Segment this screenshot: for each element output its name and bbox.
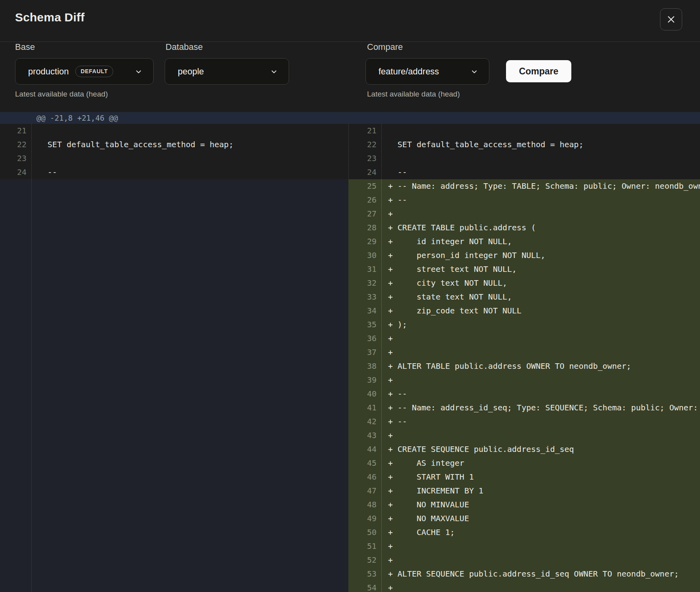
diff-line-added: 41+ -- Name: address_id_seq; Type: SEQUE…	[348, 401, 700, 415]
compare-branch-value: feature/address	[379, 66, 439, 77]
base-label: Base	[15, 42, 35, 52]
line-number: 23	[348, 152, 382, 165]
line-code: + -- Name: address; Type: TABLE; Schema:…	[382, 179, 700, 193]
line-code: + zip_code text NOT NULL	[382, 304, 700, 318]
line-code	[382, 124, 700, 138]
diff-line-added: 28+ CREATE TABLE public.address (	[348, 221, 700, 235]
line-number: 30	[348, 249, 382, 262]
line-number: 38	[348, 359, 382, 373]
database-select[interactable]: people	[165, 58, 289, 85]
diff-line-added: 27+	[348, 207, 700, 221]
line-number: 29	[348, 235, 382, 249]
chevron-down-icon	[270, 68, 278, 75]
base-caption: Latest available data (head)	[15, 90, 108, 99]
line-number: 51	[348, 539, 382, 553]
line-number: 48	[348, 498, 382, 512]
diff-line-added: 32+ city text NOT NULL,	[348, 276, 700, 290]
line-code: +	[382, 332, 700, 345]
line-number: 52	[348, 553, 382, 567]
line-code: + NO MINVALUE	[382, 498, 700, 512]
line-code: +	[382, 345, 700, 359]
diff-line-added: 51+	[348, 539, 700, 553]
diff-line-added: 35+ );	[348, 318, 700, 332]
diff-line-added: 31+ street text NOT NULL,	[348, 262, 700, 276]
diff-line-context: 21	[348, 124, 700, 138]
diff-line-added: 49+ NO MAXVALUE	[348, 512, 700, 526]
base-branch-value: production	[28, 66, 69, 77]
line-number: 23	[0, 152, 32, 165]
diff-line-context: 22 SET default_table_access_method = hea…	[0, 138, 348, 152]
line-number: 26	[348, 193, 382, 207]
chevron-down-icon	[135, 68, 142, 75]
line-code: + street text NOT NULL,	[382, 262, 700, 276]
diff-viewer[interactable]: 21 22 SET default_table_access_method = …	[0, 124, 700, 592]
line-code: + ALTER SEQUENCE public.address_id_seq O…	[382, 567, 700, 581]
line-code: + CREATE TABLE public.address (	[382, 221, 700, 235]
diff-line-added: 53+ ALTER SEQUENCE public.address_id_seq…	[348, 567, 700, 581]
diff-line-added: 52+	[348, 553, 700, 567]
diff-line-added: 29+ id integer NOT NULL,	[348, 235, 700, 249]
line-number: 40	[348, 387, 382, 401]
filler-gutter	[0, 179, 32, 592]
diff-line-added: 30+ person_id integer NOT NULL,	[348, 249, 700, 262]
line-code: +	[382, 429, 700, 442]
compare-branch-select[interactable]: feature/address	[365, 58, 489, 85]
line-number: 46	[348, 470, 382, 484]
line-number: 42	[348, 415, 382, 429]
diff-line-added: 42+ --	[348, 415, 700, 429]
line-code	[32, 124, 348, 138]
diff-line-added: 34+ zip_code text NOT NULL	[348, 304, 700, 318]
schema-diff-modal: { "modal": { "title": "Schema Diff" }, "…	[0, 0, 700, 592]
diff-line-added: 37+	[348, 345, 700, 359]
diff-line-context: 23	[0, 152, 348, 165]
header-divider	[0, 42, 700, 42]
line-code: SET default_table_access_method = heap;	[32, 138, 348, 152]
line-code: +	[382, 553, 700, 567]
close-button[interactable]	[660, 8, 682, 30]
line-code: +	[382, 207, 700, 221]
line-number: 21	[348, 124, 382, 138]
line-code: + CACHE 1;	[382, 526, 700, 539]
diff-line-added: 36+	[348, 332, 700, 345]
line-number: 36	[348, 332, 382, 345]
line-code: + id integer NOT NULL,	[382, 235, 700, 249]
line-code: --	[32, 165, 348, 179]
hunk-header: @@ -21,8 +21,46 @@	[0, 112, 700, 124]
line-number: 50	[348, 526, 382, 539]
compare-caption: Latest available data (head)	[367, 90, 460, 99]
page-title: Schema Diff	[15, 11, 85, 24]
line-number: 24	[348, 165, 382, 179]
close-icon	[666, 15, 676, 24]
line-code: + INCREMENT BY 1	[382, 484, 700, 498]
line-number: 21	[0, 124, 32, 138]
line-code: + --	[382, 387, 700, 401]
diff-line-added: 46+ START WITH 1	[348, 470, 700, 484]
line-number: 31	[348, 262, 382, 276]
database-label: Database	[165, 42, 203, 52]
line-code: SET default_table_access_method = heap;	[382, 138, 700, 152]
empty-filler	[0, 179, 348, 592]
diff-line-context: 22 SET default_table_access_method = hea…	[348, 138, 700, 152]
diff-line-added: 47+ INCREMENT BY 1	[348, 484, 700, 498]
line-number: 22	[348, 138, 382, 152]
diff-line-added: 43+	[348, 429, 700, 442]
diff-line-added: 40+ --	[348, 387, 700, 401]
chevron-down-icon	[471, 68, 478, 75]
line-number: 47	[348, 484, 382, 498]
diff-line-added: 54+	[348, 581, 700, 592]
diff-line-added: 25+ -- Name: address; Type: TABLE; Schem…	[348, 179, 700, 193]
diff-line-context: 23	[348, 152, 700, 165]
diff-line-added: 45+ AS integer	[348, 456, 700, 470]
line-code: + NO MAXVALUE	[382, 512, 700, 526]
base-branch-select[interactable]: production DEFAULT	[15, 58, 154, 85]
line-number: 45	[348, 456, 382, 470]
line-number: 25	[348, 179, 382, 193]
diff-line-added: 50+ CACHE 1;	[348, 526, 700, 539]
line-number: 44	[348, 442, 382, 456]
line-code: + state text NOT NULL,	[382, 290, 700, 304]
line-number: 54	[348, 581, 382, 592]
compare-button[interactable]: Compare	[506, 60, 571, 82]
filler-area	[32, 179, 348, 592]
line-number: 53	[348, 567, 382, 581]
line-code	[382, 152, 700, 165]
